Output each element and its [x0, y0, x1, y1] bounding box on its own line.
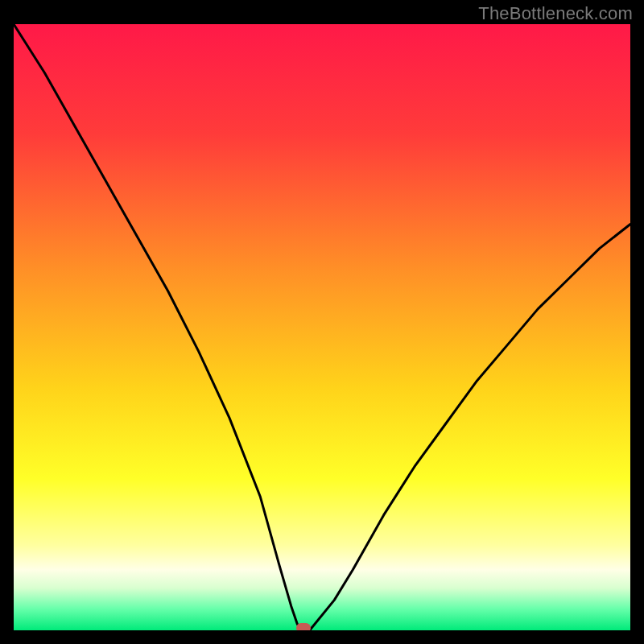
chart-frame: TheBottleneck.com: [0, 0, 644, 644]
bottleneck-curve: [14, 24, 630, 630]
watermark-text: TheBottleneck.com: [478, 3, 633, 24]
plot-area: [14, 24, 630, 630]
optimum-marker: [296, 623, 311, 630]
